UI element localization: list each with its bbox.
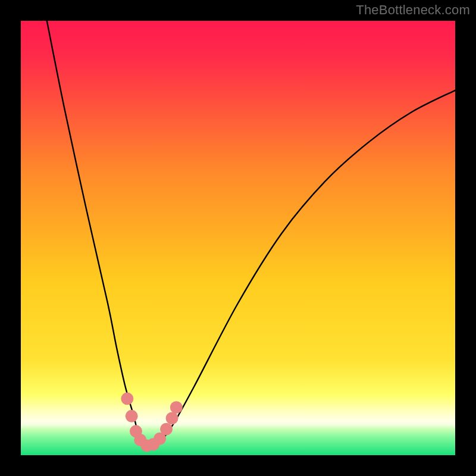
curve-marker xyxy=(166,412,178,424)
curve-marker xyxy=(160,423,173,436)
curve-marker xyxy=(126,410,138,422)
chart-frame: TheBottleneck.com xyxy=(0,0,476,476)
curve-layer xyxy=(21,21,455,455)
curve-marker xyxy=(121,393,133,405)
plot-area xyxy=(21,21,455,455)
watermark-text: TheBottleneck.com xyxy=(356,2,470,18)
bottleneck-curve xyxy=(47,21,455,447)
curve-marker xyxy=(170,401,183,414)
